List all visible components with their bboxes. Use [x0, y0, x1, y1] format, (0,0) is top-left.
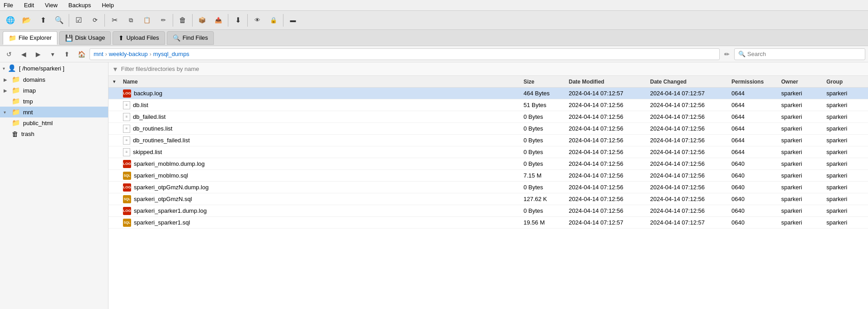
- sidebar-item-imap-label: imap: [23, 87, 104, 94]
- row-changed: 2024-04-14 07:12:56: [646, 113, 728, 120]
- sidebar-item-tmp[interactable]: 📁 tmp: [0, 96, 108, 107]
- row-modified: 2024-04-14 07:12:56: [565, 125, 646, 132]
- toolbar-up[interactable]: ⬆: [35, 13, 51, 28]
- toolbar-sep-6: [247, 14, 248, 27]
- nav-back[interactable]: ◀: [17, 48, 30, 61]
- nav-forward[interactable]: ▶: [32, 48, 44, 61]
- table-row[interactable]: ≡ db_routines_failed.list 0 Bytes 2024-0…: [108, 135, 868, 146]
- menu-view[interactable]: View: [43, 1, 59, 9]
- table-row[interactable]: ≡ db_failed.list 0 Bytes 2024-04-14 07:1…: [108, 111, 868, 123]
- filter-bar: ▼: [108, 62, 868, 76]
- sidebar: ▾ 👤 [ /home/sparkeri ] ▶ 📁 domains ▶ 📁 i…: [0, 62, 108, 309]
- breadcrumb-weekly-backup[interactable]: weekly-backup: [109, 51, 148, 57]
- toolbar-copy[interactable]: ⧉: [123, 13, 138, 28]
- row-permissions: 0640: [728, 219, 778, 226]
- edit-path-icon[interactable]: ✏: [722, 49, 732, 60]
- toolbar-download[interactable]: ⬇: [230, 13, 245, 28]
- breadcrumb-mnt[interactable]: mnt: [94, 51, 104, 57]
- find-icon: 🔍: [173, 34, 180, 42]
- sidebar-root[interactable]: ▾ 👤 [ /home/sparkeri ]: [0, 62, 108, 74]
- col-size-header[interactable]: Size: [520, 79, 565, 85]
- tab-disk-usage[interactable]: 💾 Disk Usage: [59, 31, 111, 45]
- menu-help[interactable]: Help: [100, 1, 116, 9]
- row-group: sparkeri: [823, 219, 868, 226]
- toolbar-delete[interactable]: 🗑: [175, 13, 190, 28]
- table-row[interactable]: ≡ skipped.list 0 Bytes 2024-04-14 07:12:…: [108, 146, 868, 158]
- table-row[interactable]: ≡ db_routines.list 0 Bytes 2024-04-14 07…: [108, 123, 868, 135]
- row-name: ≡ db_routines.list: [119, 125, 520, 133]
- col-changed-header[interactable]: Date Changed: [646, 79, 728, 85]
- table-row[interactable]: LOG sparkeri_moblmo.dump.log 0 Bytes 202…: [108, 158, 868, 170]
- sidebar-item-domains[interactable]: ▶ 📁 domains: [0, 74, 108, 85]
- toolbar-refresh[interactable]: ⟳: [87, 13, 103, 28]
- row-size: 7.15 M: [520, 172, 565, 179]
- table-row[interactable]: LOG backup.log 464 Bytes 2024-04-14 07:1…: [108, 88, 868, 99]
- row-group: sparkeri: [823, 196, 868, 202]
- toolbar-search[interactable]: 🔍: [52, 13, 67, 28]
- row-owner: sparkeri: [778, 219, 823, 226]
- menu-file[interactable]: File: [2, 1, 15, 9]
- toolbar-chmod[interactable]: 🔒: [266, 13, 281, 28]
- toolbar-terminal[interactable]: ▬: [285, 13, 301, 28]
- nav-home[interactable]: 🏠: [75, 48, 88, 61]
- table-row[interactable]: SQL sparkeri_moblmo.sql 7.15 M 2024-04-1…: [108, 170, 868, 182]
- search-input[interactable]: [747, 51, 861, 57]
- toolbar-select-all[interactable]: ☑: [71, 13, 86, 28]
- col-name-header[interactable]: Name: [119, 79, 520, 85]
- filter-input[interactable]: [121, 66, 864, 72]
- menu-edit[interactable]: Edit: [22, 1, 36, 9]
- row-group: sparkeri: [823, 184, 868, 191]
- row-size: 19.56 M: [520, 219, 565, 226]
- row-group: sparkeri: [823, 113, 868, 120]
- nav-reload[interactable]: ↺: [3, 48, 15, 61]
- row-owner: sparkeri: [778, 102, 823, 108]
- tab-upload-label: Upload Files: [126, 34, 159, 41]
- col-owner-header[interactable]: Owner: [778, 79, 823, 85]
- nav-up[interactable]: ⬆: [61, 48, 73, 61]
- tab-upload-files[interactable]: ⬆ Upload Files: [113, 31, 165, 45]
- table-row[interactable]: ≡ db.list 51 Bytes 2024-04-14 07:12:56 2…: [108, 99, 868, 111]
- toolbar-paste[interactable]: 📋: [139, 13, 155, 28]
- table-row[interactable]: LOG sparkeri_otpGmzN.dump.log 0 Bytes 20…: [108, 182, 868, 193]
- sidebar-item-mnt[interactable]: ▾ 📁 mnt: [0, 107, 108, 117]
- table-row[interactable]: SQL sparkeri_sparker1.sql 19.56 M 2024-0…: [108, 217, 868, 229]
- menu-bar: File Edit View Backups Help: [0, 0, 868, 11]
- sidebar-item-trash[interactable]: 🗑 trash: [0, 128, 108, 139]
- row-group: sparkeri: [823, 125, 868, 132]
- tab-file-explorer[interactable]: 📁 File Explorer: [3, 31, 57, 45]
- col-modified-header[interactable]: Date Modified: [565, 79, 646, 85]
- col-group-header[interactable]: Group: [823, 79, 868, 85]
- row-owner: sparkeri: [778, 160, 823, 167]
- toolbar-rename[interactable]: ✏: [156, 13, 171, 28]
- toolbar-cut[interactable]: ✂: [107, 13, 122, 28]
- home-avatar-icon: 👤: [8, 64, 16, 72]
- toolbar-new-location[interactable]: 🌐: [3, 13, 18, 28]
- disk-usage-icon: 💾: [65, 34, 73, 42]
- table-row[interactable]: SQL sparkeri_otpGmzN.sql 127.62 K 2024-0…: [108, 193, 868, 205]
- nav-dropdown[interactable]: ▾: [46, 48, 59, 61]
- sidebar-item-imap[interactable]: ▶ 📁 imap: [0, 85, 108, 96]
- row-modified: 2024-04-14 07:12:57: [565, 219, 646, 226]
- menu-backups[interactable]: Backups: [66, 1, 93, 9]
- sidebar-item-public-html[interactable]: 📁 public_html: [0, 117, 108, 128]
- breadcrumb-mysql-dumps[interactable]: mysql_dumps: [153, 51, 189, 57]
- row-size: 0 Bytes: [520, 125, 565, 132]
- table-row[interactable]: LOG sparkeri_sparker1.dump.log 0 Bytes 2…: [108, 205, 868, 217]
- tab-bar: 📁 File Explorer 💾 Disk Usage ⬆ Upload Fi…: [0, 30, 868, 46]
- toolbar-compress[interactable]: 📦: [194, 13, 210, 28]
- col-permissions-header[interactable]: Permissions: [728, 79, 778, 85]
- toolbar-extract[interactable]: 📤: [211, 13, 226, 28]
- row-permissions: 0640: [728, 184, 778, 191]
- col-check-header[interactable]: ▾: [108, 79, 119, 84]
- row-modified: 2024-04-14 07:12:56: [565, 102, 646, 108]
- toolbar-view[interactable]: 👁: [250, 13, 265, 28]
- row-permissions: 0644: [728, 149, 778, 155]
- row-changed: 2024-04-14 07:12:56: [646, 125, 728, 132]
- file-name: db_routines_failed.list: [133, 137, 190, 144]
- tab-find-files[interactable]: 🔍 Find Files: [167, 31, 214, 45]
- row-changed: 2024-04-14 07:12:56: [646, 160, 728, 167]
- toolbar-open[interactable]: 📂: [19, 13, 34, 28]
- row-changed: 2024-04-14 07:12:56: [646, 102, 728, 108]
- main-content: ▾ 👤 [ /home/sparkeri ] ▶ 📁 domains ▶ 📁 i…: [0, 62, 868, 309]
- row-modified: 2024-04-14 07:12:56: [565, 160, 646, 167]
